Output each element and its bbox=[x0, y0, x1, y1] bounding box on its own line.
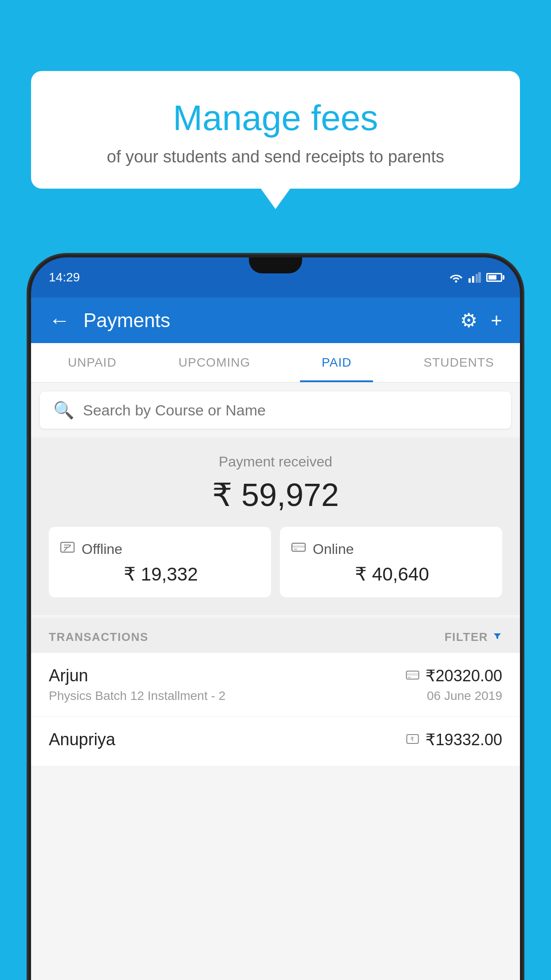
signal-icon bbox=[468, 272, 481, 283]
bubble-title: Manage fees bbox=[53, 98, 498, 138]
transactions-header: TRANSACTIONS FILTER bbox=[31, 618, 520, 653]
header-title: Payments bbox=[83, 309, 447, 332]
filter-icon bbox=[492, 630, 502, 644]
tab-paid[interactable]: PAID bbox=[276, 343, 398, 382]
back-button[interactable]: ← bbox=[49, 308, 70, 332]
payment-total-amount: ₹ 59,972 bbox=[49, 476, 502, 514]
tab-unpaid[interactable]: UNPAID bbox=[31, 343, 153, 382]
add-icon[interactable]: + bbox=[491, 309, 502, 332]
tab-bar: UNPAID UPCOMING PAID STUDENTS bbox=[31, 343, 520, 383]
payment-received-label: Payment received bbox=[49, 454, 502, 470]
speech-bubble-card: Manage fees of your students and send re… bbox=[31, 71, 520, 189]
search-bar[interactable]: 🔍 bbox=[40, 391, 511, 429]
app-header: ← Payments ⚙ + bbox=[31, 297, 520, 343]
svg-rect-10 bbox=[406, 673, 419, 676]
transaction-amount: ₹20320.00 bbox=[425, 667, 502, 685]
payment-received-section: Payment received ₹ 59,972 bbox=[31, 438, 520, 615]
filter-button[interactable]: FILTER bbox=[445, 630, 502, 644]
status-icons bbox=[449, 272, 502, 283]
offline-amount: ₹ 19,332 bbox=[59, 563, 260, 585]
transaction-name: Arjun bbox=[49, 666, 88, 685]
online-icon bbox=[291, 539, 307, 559]
online-amount: ₹ 40,640 bbox=[291, 563, 492, 585]
svg-rect-7 bbox=[292, 545, 305, 548]
svg-rect-1 bbox=[468, 278, 471, 283]
table-row[interactable]: Anupriya ₹ ₹19332.00 bbox=[31, 717, 520, 767]
wifi-icon bbox=[449, 272, 463, 283]
svg-text:₹: ₹ bbox=[410, 736, 414, 743]
transactions-label: TRANSACTIONS bbox=[49, 630, 149, 644]
svg-rect-2 bbox=[472, 276, 474, 283]
phone-notch bbox=[249, 257, 302, 273]
search-icon: 🔍 bbox=[53, 400, 74, 420]
svg-rect-11 bbox=[408, 677, 411, 678]
search-input[interactable] bbox=[83, 402, 498, 419]
status-time: 14:29 bbox=[49, 270, 80, 285]
tab-students[interactable]: STUDENTS bbox=[398, 343, 520, 382]
transaction-description: Physics Batch 12 Installment - 2 bbox=[49, 689, 225, 703]
online-card: Online ₹ 40,640 bbox=[280, 527, 502, 597]
table-row[interactable]: Arjun ₹20320.00 Physics Batch 12 Install… bbox=[31, 653, 520, 717]
svg-rect-3 bbox=[476, 274, 478, 283]
bubble-subtitle: of your students and send receipts to pa… bbox=[53, 147, 498, 166]
phone-frame: 14:29 ← Payments bbox=[31, 257, 520, 980]
filter-label: FILTER bbox=[445, 630, 488, 644]
online-label: Online bbox=[313, 541, 354, 557]
svg-point-0 bbox=[455, 281, 457, 283]
battery-icon bbox=[486, 273, 502, 282]
transaction-date: 06 June 2019 bbox=[427, 689, 502, 703]
svg-rect-4 bbox=[478, 272, 481, 283]
payment-cards: Offline ₹ 19,332 bbox=[49, 527, 502, 597]
transaction-method-icon bbox=[406, 670, 419, 682]
offline-icon bbox=[59, 539, 75, 559]
offline-card: Offline ₹ 19,332 bbox=[49, 527, 271, 597]
svg-rect-8 bbox=[294, 549, 297, 550]
app-screen: ← Payments ⚙ + UNPAID UPCOMING PAID STUD… bbox=[31, 297, 520, 980]
transaction-method-icon: ₹ bbox=[406, 734, 419, 746]
transaction-name: Anupriya bbox=[49, 730, 115, 749]
transaction-amount: ₹19332.00 bbox=[425, 731, 502, 749]
tab-upcoming[interactable]: UPCOMING bbox=[153, 343, 276, 382]
status-bar: 14:29 bbox=[31, 257, 520, 297]
header-action-icons: ⚙ + bbox=[460, 309, 502, 332]
settings-icon[interactable]: ⚙ bbox=[460, 309, 477, 332]
offline-label: Offline bbox=[82, 541, 122, 557]
